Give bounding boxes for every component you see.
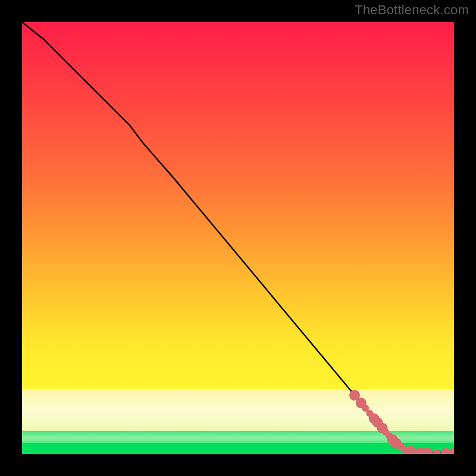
curve-line: [22, 22, 454, 453]
data-point: [449, 448, 454, 454]
data-point: [441, 448, 450, 454]
scatter-points: [349, 390, 454, 454]
chart-overlay: [22, 22, 454, 454]
chart-frame: TheBottleneck.com: [0, 0, 476, 476]
data-point: [433, 449, 440, 454]
watermark-text: TheBottleneck.com: [355, 2, 469, 18]
plot-area: [22, 22, 454, 454]
